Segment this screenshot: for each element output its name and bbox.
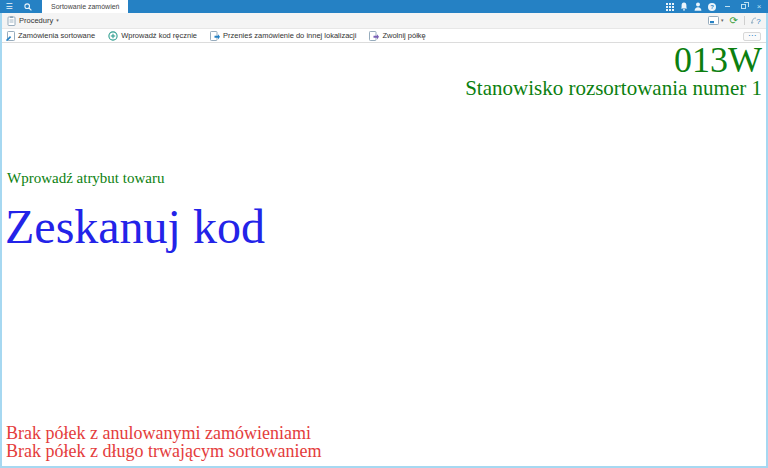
release-shelf-icon xyxy=(369,31,379,41)
alerts: Brak półek z anulowanymi zamówieniami Br… xyxy=(6,424,321,460)
tab-sortowanie-zamowien[interactable]: Sortowanie zamówień xyxy=(42,0,128,13)
apps-grid-icon[interactable] xyxy=(666,3,674,11)
restore-glyph xyxy=(741,4,746,9)
station-code: 013W xyxy=(465,43,762,77)
app-window: ☰ Sortowanie zamówień xyxy=(0,0,768,468)
chevron-down-icon: ▾ xyxy=(721,18,724,23)
minimize-glyph xyxy=(725,6,730,7)
manual-code-entry-icon xyxy=(108,31,118,41)
titlebar: ☰ Sortowanie zamówień xyxy=(0,0,768,13)
hamburger-menu-icon[interactable]: ☰ xyxy=(0,0,18,13)
minimize-button[interactable] xyxy=(722,0,732,13)
menubar-right-icons: ▾ ⟳ ? xyxy=(708,16,761,26)
menubar: Procedury ▾ ▾ ⟳ ? xyxy=(2,13,766,29)
sorted-orders-icon xyxy=(6,31,15,41)
toolbar-separator xyxy=(744,16,745,25)
form-view-icon[interactable]: ▾ xyxy=(708,16,724,25)
refresh-icon[interactable]: ⟳ xyxy=(730,16,738,26)
notifications-bell-icon[interactable] xyxy=(680,2,688,11)
user-icon[interactable] xyxy=(694,2,702,11)
svg-text:?: ? xyxy=(756,17,761,26)
close-button[interactable]: × xyxy=(754,0,764,13)
procedures-icon xyxy=(7,16,16,26)
procedures-menu[interactable]: Procedury xyxy=(19,16,53,25)
move-order-button[interactable]: Przenieś zamówienie do innej lokalizacji xyxy=(210,31,356,41)
restore-button[interactable] xyxy=(738,0,748,13)
chevron-down-icon: ▾ xyxy=(56,18,59,23)
release-shelf-button[interactable]: Zwolnij półkę xyxy=(369,31,425,41)
sorted-orders-label: Zamówienia sortowane xyxy=(18,31,95,40)
help-tooltip-icon[interactable]: ? xyxy=(751,16,761,26)
alert-cancelled-orders: Brak półek z anulowanymi zamówieniami xyxy=(6,424,321,442)
main-content: 013W Stanowisko rozsortowania numer 1 Wp… xyxy=(2,43,766,466)
tab-label: Sortowanie zamówień xyxy=(51,3,119,10)
help-icon[interactable]: ? xyxy=(708,3,716,11)
scan-code-prompt: Zeskanuj kod xyxy=(5,202,265,252)
station-info: 013W Stanowisko rozsortowania numer 1 xyxy=(465,43,762,100)
manual-code-entry-button[interactable]: Wprowadź kod ręcznie xyxy=(108,31,197,41)
titlebar-actions: ? × xyxy=(666,0,764,13)
manual-code-entry-label: Wprowadź kod ręcznie xyxy=(121,31,197,40)
move-order-label: Przenieś zamówienie do innej lokalizacji xyxy=(223,31,356,40)
window-frame: Procedury ▾ ▾ ⟳ ? xyxy=(0,13,768,468)
actionbar: Zamówienia sortowane Wprowadź kod ręczni… xyxy=(2,29,766,43)
release-shelf-label: Zwolnij półkę xyxy=(382,31,425,40)
move-order-icon xyxy=(210,31,220,41)
attribute-prompt: Wprowadź atrybut towaru xyxy=(7,170,164,187)
station-name: Stanowisko rozsortowania numer 1 xyxy=(465,77,762,100)
search-icon[interactable] xyxy=(18,3,38,11)
sorted-orders-button[interactable]: Zamówienia sortowane xyxy=(6,31,95,41)
alert-long-sorting: Brak półek z długo trwającym sortowaniem xyxy=(6,442,321,460)
